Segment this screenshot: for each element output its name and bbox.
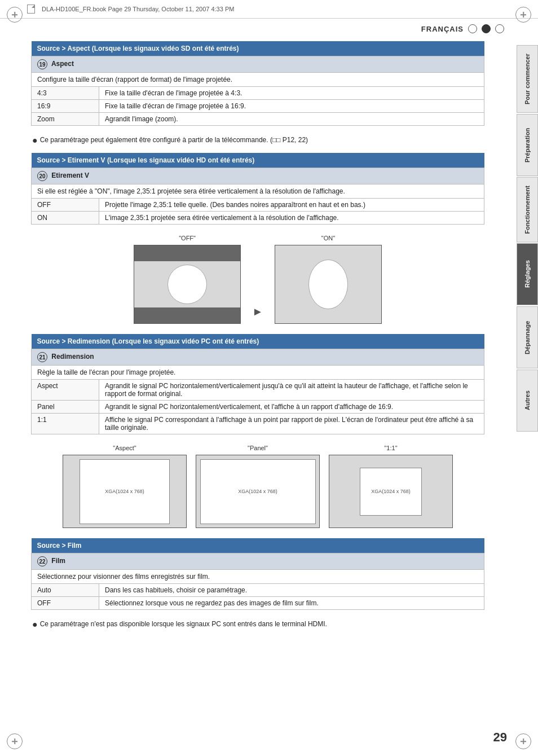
language-text: FRANÇAIS (421, 25, 464, 33)
section-etirement-subheader: 20 Etirement V (32, 168, 484, 184)
sidebar-label-fonctionnement: Fonctionnement (524, 186, 531, 234)
section-etirement-header: Source > Etirement V (Lorsque les signau… (32, 153, 484, 168)
row-key-zoom: Zoom (32, 113, 99, 126)
main-content: Source > Aspect (Lorsque les signaux vid… (0, 36, 515, 648)
table-row: Auto Dans les cas habituels, choisir ce … (32, 584, 484, 597)
section-aspect-subheader: 19 Aspect (32, 56, 484, 73)
row-val-panel: Agrandit le signal PC horizontalement/ve… (99, 401, 484, 414)
diagram-off: "OFF" (134, 235, 241, 324)
sidebar-label-depannage: Dépannage (524, 321, 531, 354)
sidebar-label-preparation: Préparation (524, 128, 531, 162)
row-key-off: OFF (32, 199, 99, 212)
diagram-11: "1:1" XGA(1024 x 768) (329, 445, 453, 528)
diagram-11-box: XGA(1024 x 768) (329, 455, 453, 528)
diagram-aspect-inner: XGA(1024 x 768) (80, 459, 170, 524)
diagram-on-label: "ON" (321, 235, 335, 241)
table-row: Panel Agrandit le signal PC horizontalem… (32, 401, 484, 414)
row-key-169: 16:9 (32, 100, 99, 113)
row-val-auto: Dans les cas habituels, choisir ce param… (99, 584, 484, 597)
sidebar-label-pour-commencer: Pour commencer (524, 54, 531, 104)
section-film-subheader: 22 Film (32, 553, 484, 570)
diagram-11-label: "1:1" (384, 445, 397, 451)
sidebar-label-reglages: Réglages (524, 261, 531, 288)
sidebar-tab-autres[interactable]: Autres (517, 370, 538, 432)
diagram-off-box (134, 245, 241, 324)
corner-mark-bl (7, 733, 23, 749)
section-redimension-header: Source > Redimension (Lorsque les signau… (32, 334, 484, 349)
corner-mark-tl (7, 7, 23, 23)
sidebar-label-autres: Autres (524, 391, 531, 411)
row-key-panel: Panel (32, 401, 99, 414)
table-row: Aspect Agrandit le signal PC horizontale… (32, 380, 484, 401)
etirement-diagrams: "OFF" ► "ON" (31, 235, 484, 324)
row-key-off2: OFF (32, 597, 99, 610)
file-info: DLA-HD100E_FR.book Page 29 Thursday, Oct… (42, 6, 234, 12)
diagram-oval-on (308, 260, 348, 309)
section-redimension: Source > Redimension (Lorsque les signau… (31, 334, 484, 434)
bullet-icon-2: ● (32, 620, 38, 629)
row-val-off2: Sélectionnez lorsque vous ne regardez pa… (99, 597, 484, 610)
table-row: Zoom Agrandit l'image (zoom). (32, 113, 484, 126)
diagram-aspect-box: XGA(1024 x 768) (63, 455, 187, 528)
section-aspect-header: Source > Aspect (Lorsque les signaux vid… (32, 41, 484, 56)
section-film-desc: Sélectionnez pour visionner des films en… (32, 570, 484, 584)
note-film: ● Ce paramétrage n'est pas disponible lo… (31, 620, 484, 629)
diagram-aspect-label: "Aspect" (113, 445, 136, 451)
row-val-off: Projette l'image 2,35:1 telle quelle. (D… (99, 199, 484, 212)
sidebar-tab-reglages[interactable]: Réglages (517, 243, 538, 305)
row-val-11: Affiche le signal PC correspondant à l'a… (99, 414, 484, 434)
corner-mark-br (515, 733, 531, 749)
sidebar-tab-pour-commencer[interactable]: Pour commencer (517, 45, 538, 113)
table-row: OFF Sélectionnez lorsque vous ne regarde… (32, 597, 484, 610)
section-aspect-desc: Configure la taille d'écran (rapport de … (32, 73, 484, 87)
section-film: Source > Film 22 Film Sélectionnez pour … (31, 538, 484, 610)
section-redimension-subheader: 21 Redimension (32, 349, 484, 366)
note-film-text: Ce paramétrage n'est pas disponible lors… (40, 620, 327, 628)
page-number: 29 (493, 730, 507, 745)
bullet-icon: ● (32, 136, 38, 145)
sidebar-tab-fonctionnement[interactable]: Fonctionnement (517, 177, 538, 243)
table-row: ON L'image 2,35:1 projetée sera étirée v… (32, 212, 484, 225)
right-sidebar: Pour commencer Préparation Fonctionnemen… (517, 45, 538, 433)
diagram-11-inner: XGA(1024 x 768) (360, 468, 422, 516)
section-etirement: Source > Etirement V (Lorsque les signau… (31, 153, 484, 225)
lang-circle-empty (468, 24, 477, 33)
xga-label-11: XGA(1024 x 768) (371, 489, 411, 494)
section-aspect: Source > Aspect (Lorsque les signaux vid… (31, 41, 484, 126)
row-key-11: 1:1 (32, 414, 99, 434)
diagram-panel: "Panel" XGA(1024 x 768) (196, 445, 320, 528)
row-key-auto: Auto (32, 584, 99, 597)
badge-21: 21 (37, 352, 47, 362)
row-val-43: Fixe la taille d'écran de l'image projet… (99, 87, 484, 100)
diagram-panel-label: "Panel" (248, 445, 268, 451)
xga-label-aspect: XGA(1024 x 768) (105, 489, 144, 494)
diagram-on-box (275, 245, 382, 324)
page: DLA-HD100E_FR.book Page 29 Thursday, Oct… (0, 0, 538, 756)
arrow-icon: ► (252, 305, 263, 324)
table-row: OFF Projette l'image 2,35:1 telle quelle… (32, 199, 484, 212)
row-val-zoom: Agrandit l'image (zoom). (99, 113, 484, 126)
row-key-aspect: Aspect (32, 380, 99, 401)
badge-19: 19 (37, 59, 47, 69)
lang-circle-empty2 (495, 24, 504, 33)
top-bar: DLA-HD100E_FR.book Page 29 Thursday, Oct… (0, 0, 538, 19)
language-badge: FRANÇAIS (421, 24, 504, 33)
corner-mark-tr (515, 7, 531, 23)
redimension-diagrams: "Aspect" XGA(1024 x 768) "Panel" XGA(102… (31, 445, 484, 528)
diagram-on: "ON" (275, 235, 382, 324)
row-val-on: L'image 2,35:1 projetée sera étirée vert… (99, 212, 484, 225)
section-etirement-desc: Si elle est réglée à "ON", l'image 2,35:… (32, 184, 484, 199)
black-bar-bottom (134, 307, 240, 323)
header-area: FRANÇAIS (0, 19, 538, 36)
sidebar-tab-preparation[interactable]: Préparation (517, 114, 538, 176)
diagram-panel-inner: XGA(1024 x 768) (200, 459, 316, 524)
badge-20: 20 (37, 171, 47, 181)
row-key-43: 4:3 (32, 87, 99, 100)
table-row: 1:1 Affiche le signal PC correspondant à… (32, 414, 484, 434)
lang-circle-filled (482, 24, 491, 33)
diagram-aspect: "Aspect" XGA(1024 x 768) (63, 445, 187, 528)
row-key-on: ON (32, 212, 99, 225)
sidebar-tab-depannage[interactable]: Dépannage (517, 306, 538, 368)
xga-label-panel: XGA(1024 x 768) (238, 489, 277, 494)
table-row: 4:3 Fixe la taille d'écran de l'image pr… (32, 87, 484, 100)
